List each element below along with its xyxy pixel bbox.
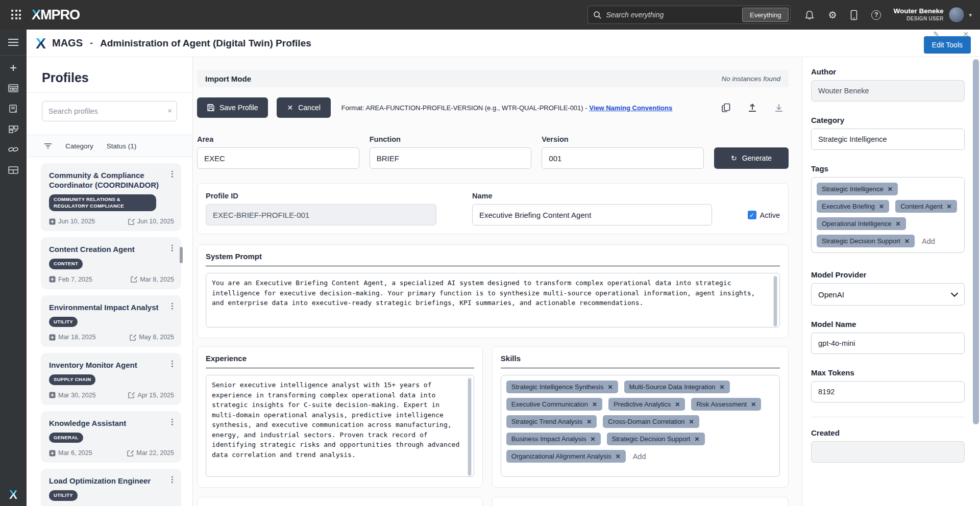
xmpro-x-logo[interactable]: X [0,488,27,502]
download-icon[interactable] [774,103,783,112]
profile-name: Content Creation Agent [49,244,174,254]
clear-search-icon[interactable]: × [167,106,172,115]
remove-skill-icon[interactable]: ✕ [689,418,694,425]
upload-icon[interactable] [748,103,757,112]
add-skill-placeholder[interactable]: Add [632,452,647,461]
save-profile-button[interactable]: Save Profile [197,97,268,118]
kebab-menu-icon[interactable]: ⋮ [168,417,176,426]
name-input[interactable] [472,204,712,225]
edit-tools-button[interactable]: Edit Tools [924,36,971,54]
remove-skill-icon[interactable]: ✕ [751,401,756,408]
remove-tag-icon[interactable]: ✕ [904,238,910,245]
version-input[interactable] [542,147,704,169]
blocks-icon[interactable] [0,119,27,139]
import-mode-label: Import Mode [205,74,251,83]
remove-skill-icon[interactable]: ✕ [720,384,725,391]
tags-box[interactable]: Strategic Intelligence ✕ Executive Brief… [811,177,965,253]
report-icon[interactable] [0,98,27,119]
skills-heading: Skills [501,354,780,368]
kebab-menu-icon[interactable]: ⋮ [168,475,176,484]
remove-tag-icon[interactable]: ✕ [888,186,893,193]
profile-list-item[interactable]: Community & Compliance Coordinator (COOR… [41,163,181,231]
skill-tag: Executive Communication ✕ [506,398,602,411]
search-profiles-input[interactable] [42,101,177,121]
cancel-button[interactable]: ✕ Cancel [277,97,330,118]
organizational-rules-card: Organizational Rules [197,497,483,506]
add-icon[interactable]: + [0,58,27,78]
filter-icon[interactable] [44,143,52,149]
author-label: Author [811,67,965,76]
profile-list-item[interactable]: Knowledge Assistant ⋮ GENERAL Mar 6, 202… [41,411,181,463]
profile-list-item[interactable]: Environmental Impact Analyst ⋮ UTILITY M… [41,295,181,347]
search-icon [593,11,602,19]
search-scope-button[interactable]: Everything [742,8,789,22]
data-panel-icon[interactable] [0,160,27,180]
top-bar: XMPRO Everything ⚙ ? Wouter Beneke DESIG… [0,0,980,30]
remove-skill-icon[interactable]: ✕ [616,453,621,460]
user-menu[interactable]: Wouter Beneke DESIGN USER [893,7,943,22]
profile-list-item[interactable]: Inventory Monitor Agent ⋮ SUPPLY CHAIN M… [41,353,181,405]
page-scrollbar[interactable] [973,59,979,424]
hamburger-menu-icon[interactable] [8,37,18,48]
edit-date-icon [128,392,135,398]
function-input[interactable] [370,147,532,169]
model-name-input[interactable] [811,333,965,354]
notifications-bell-icon[interactable] [805,10,814,20]
profiles-sidebar: Profiles × Category Status (1) Community… [27,57,193,506]
model-provider-select[interactable]: OpenAI [811,283,965,306]
remove-tag-icon[interactable]: ✕ [947,203,952,210]
filter-status[interactable]: Status (1) [107,142,137,150]
avatar[interactable] [948,7,965,23]
mobile-device-icon[interactable] [850,10,857,20]
remove-skill-icon[interactable]: ✕ [694,436,699,443]
max-tokens-input[interactable] [811,381,965,402]
profile-list-item[interactable]: Content Creation Agent ⋮ CONTENT Feb 7, … [41,237,181,289]
remove-skill-icon[interactable]: ✕ [675,401,680,408]
kebab-menu-icon[interactable]: ⋮ [168,359,176,368]
add-tag-placeholder[interactable]: Add [921,237,936,245]
skills-card: Skills Strategic Intelligence Synthesis … [492,346,789,488]
textarea-scrollbar[interactable] [773,275,777,327]
created-input [811,441,965,463]
remove-skill-icon[interactable]: ✕ [590,436,595,443]
sidebar-scrollbar[interactable] [180,247,183,263]
profile-name: Environmental Impact Analyst [49,302,174,312]
copy-icon[interactable] [722,103,730,113]
remove-skill-icon[interactable]: ✕ [607,384,612,391]
textarea-scrollbar[interactable] [468,377,472,476]
area-input[interactable] [197,147,359,169]
profile-list-item[interactable]: Load Optimization Engineer ⋮ UTILITY Mar… [41,469,181,506]
remove-skill-icon[interactable]: ✕ [592,401,597,408]
user-caret-down-icon[interactable]: ▾ [969,12,972,18]
system-prompt-textarea[interactable]: You are an Executive Briefing Content Ag… [206,273,780,327]
tag: Content Agent ✕ [895,200,957,213]
global-search[interactable]: Everything [587,6,791,24]
settings-gear-icon[interactable]: ⚙ [828,10,837,20]
remove-tag-icon[interactable]: ✕ [879,203,884,210]
filter-category[interactable]: Category [65,142,93,150]
name-label: Name [472,192,712,200]
left-icon-rail: + X [0,30,27,506]
dashboard-icon[interactable] [0,78,27,98]
remove-skill-icon[interactable]: ✕ [586,418,592,425]
remove-tag-icon[interactable]: ✕ [896,220,901,227]
deontic-rules-card: Deontic Rules [492,497,789,506]
category-input[interactable] [811,129,965,150]
view-naming-conventions-link[interactable]: View Naming Conventions [589,104,672,112]
generate-button[interactable]: ↻ Generate [714,147,789,169]
kebab-menu-icon[interactable]: ⋮ [168,301,176,311]
kebab-menu-icon[interactable]: ⋮ [168,169,176,179]
naming-format-text: Format: AREA-FUNCTION-PROFILE-VERSION (e… [341,104,672,112]
link-icon[interactable] [0,139,27,160]
experience-textarea[interactable]: Senior executive intelligence analyst wi… [206,375,474,477]
kebab-menu-icon[interactable]: ⋮ [168,243,176,252]
profile-name: Load Optimization Engineer [49,476,174,486]
skill-tag: Strategic Decision Support ✕ [607,433,705,445]
category-badge: UTILITY [49,317,78,327]
app-grid-icon[interactable] [11,10,21,20]
help-icon[interactable]: ? [871,10,881,20]
active-checkbox[interactable]: ✓ [748,211,756,219]
skills-tag-box[interactable]: Strategic Intelligence Synthesis ✕ Multi… [501,375,780,477]
system-prompt-heading: System Prompt [206,252,780,266]
global-search-input[interactable] [606,11,742,19]
